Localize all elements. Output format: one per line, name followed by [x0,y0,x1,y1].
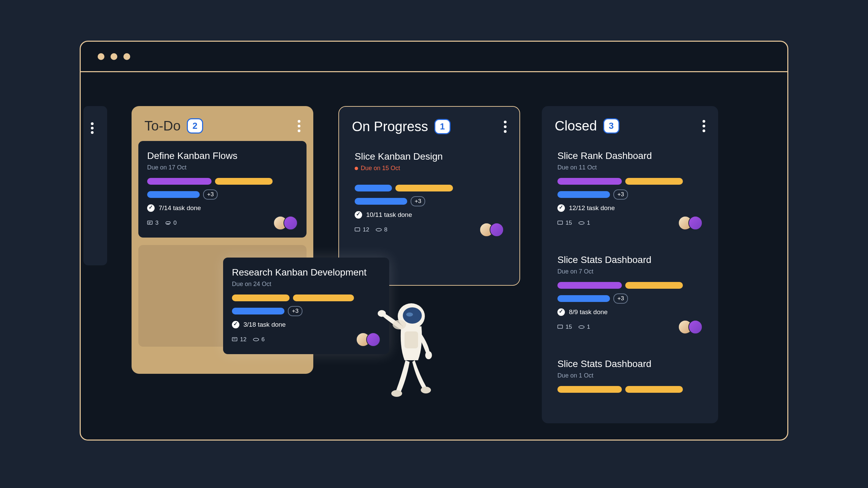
more-tags-badge[interactable]: +3 [613,189,628,200]
card-due-warning: Due on 15 Oct [355,165,400,172]
card-title: Slice Kanban Design [355,151,504,162]
card-footer: 15 1 [557,320,703,334]
card-footer: 12 8 [355,223,504,237]
column-menu-icon[interactable] [504,121,507,133]
svg-point-7 [376,228,381,231]
more-tags-badge[interactable]: +3 [411,196,425,206]
column-menu-icon[interactable] [703,120,705,132]
column-title: On Progress [352,119,428,134]
svg-rect-0 [147,221,152,224]
browser-window: To-Do 2 Define Kanban Flows Due on 17 Oc… [80,41,788,441]
avatar-stack [484,223,504,237]
column-header: On Progress 1 [346,116,513,142]
card-footer: 15 1 [557,216,703,230]
attachments-count: 6 [253,336,264,343]
more-tags-badge[interactable]: +3 [288,306,302,316]
svg-point-16 [378,310,386,317]
more-tags-badge[interactable]: +3 [613,293,628,304]
column-title: Closed [555,118,597,134]
tag-row: +3 [557,189,703,200]
tag-pill [395,185,453,191]
check-icon [355,211,362,219]
comments-count: 3 [147,220,158,226]
tag-row: +3 [557,293,703,304]
check-icon [557,204,565,212]
card-title: Research Kanban Development [232,267,380,278]
card-progress: 10/11 task done [355,211,504,219]
card-due: Due on 7 Oct [557,268,703,275]
svg-point-19 [421,387,431,393]
card-title: Slice Rank Dashboard [557,150,703,161]
tag-pill [625,178,683,185]
kanban-card[interactable]: Slice Kanban Design Due on 15 Oct +3 10/… [346,142,513,244]
tag-pill [557,191,610,198]
tag-pill [355,185,392,191]
card-title: Slice Stats Dashboard [557,359,703,369]
svg-rect-8 [558,221,563,224]
tag-row [355,185,504,191]
card-progress: 3/18 task done [232,321,380,328]
card-footer: 3 0 [147,216,298,230]
window-dot-close[interactable] [98,53,104,60]
check-icon [232,321,239,328]
column-count-badge: 2 [187,118,203,134]
kanban-card[interactable]: Slice Stats Dashboard Due on 1 Oct [549,349,711,408]
svg-rect-6 [355,228,360,231]
svg-point-14 [406,312,413,317]
progress-text: 7/14 task done [159,204,201,212]
column-stub-left [83,106,107,265]
tag-row: +3 [355,196,504,206]
card-footer: 12 6 [232,332,380,347]
title-bar [81,42,787,72]
attachments-count: 0 [164,220,176,226]
check-icon [557,308,565,316]
tag-row: +3 [232,306,380,316]
kanban-card[interactable]: Define Kanban Flows Due on 17 Oct +3 7/1… [138,141,307,238]
svg-rect-15 [405,331,418,348]
tag-pill [232,294,290,301]
svg-point-20 [393,320,406,329]
kanban-card[interactable]: Slice Rank Dashboard Due on 11 Oct +3 12… [549,141,711,238]
kanban-card[interactable]: Slice Stats Dashboard Due on 7 Oct +3 8/… [549,245,711,342]
more-tags-badge[interactable]: +3 [203,189,218,200]
column-count-badge: 1 [434,119,451,134]
tag-pill [557,178,622,185]
column-count-badge: 3 [603,118,619,134]
avatar-stack [682,320,703,334]
tag-pill [215,178,273,185]
card-title: Slice Stats Dashboard [557,255,703,265]
column-menu-icon[interactable] [91,122,94,134]
tag-row [557,282,703,289]
window-dot-max[interactable] [123,53,130,60]
avatar [688,216,703,230]
kanban-board: To-Do 2 Define Kanban Flows Due on 17 Oc… [81,72,787,106]
comments-count: 12 [232,336,246,343]
tag-row [232,294,380,301]
avatar [688,320,703,334]
window-dot-min[interactable] [111,53,117,60]
avatar [490,223,504,237]
tag-pill [557,386,622,393]
tag-row [557,178,703,185]
attachments-count: 1 [578,220,590,226]
svg-point-9 [579,222,584,224]
dragging-card[interactable]: Research Kanban Development Due on 24 Oc… [223,258,389,354]
progress-text: 10/11 task done [366,211,412,219]
comments-count: 12 [355,226,369,233]
avatar-stack [277,216,298,230]
attachments-count: 1 [578,324,590,330]
column-closed: Closed 3 Slice Rank Dashboard Due on 11 … [542,106,718,423]
tag-pill [625,386,683,393]
column-menu-icon[interactable] [298,120,300,132]
tag-pill [557,295,610,302]
progress-text: 12/12 task done [569,204,615,212]
svg-point-17 [425,351,432,359]
column-title: To-Do [144,118,181,134]
column-header: To-Do 2 [138,116,307,141]
tag-pill [147,191,200,198]
avatar-stack [682,216,703,230]
tag-row [557,386,703,393]
attachments-count: 8 [375,226,387,233]
card-title: Define Kanban Flows [147,150,298,161]
astronaut-illustration [376,299,443,401]
